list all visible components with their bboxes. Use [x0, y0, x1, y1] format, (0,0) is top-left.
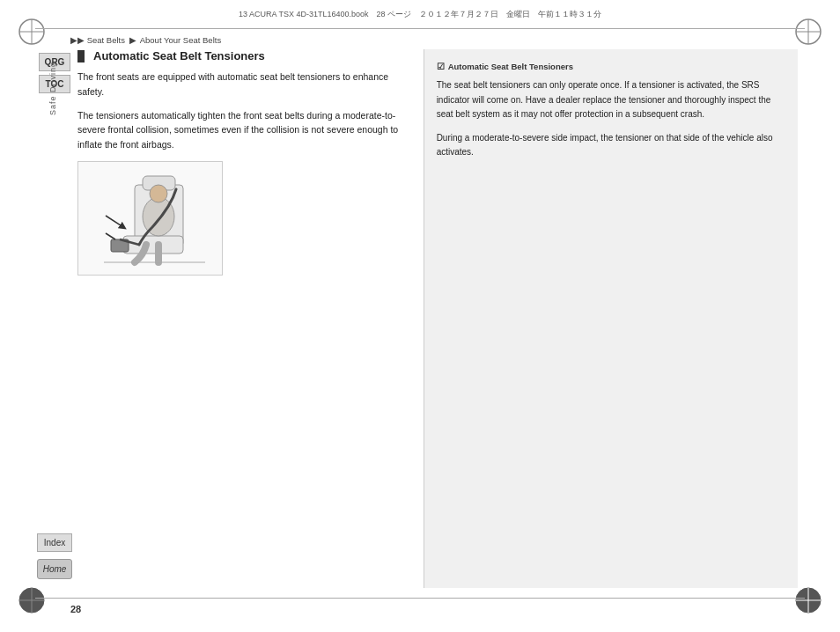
left-column: Automatic Seat Belt Tensioners The front…: [77, 49, 424, 588]
safe-driving-label: Safe Driving: [48, 62, 57, 115]
svg-line-19: [106, 216, 123, 227]
svg-point-16: [150, 185, 167, 202]
top-bar: 13 ACURA TSX 4D-31TL16400.book 28 ページ ２０…: [0, 0, 840, 28]
main-content: Automatic Seat Belt Tensioners The front…: [77, 49, 798, 588]
corner-decoration-br: [792, 584, 824, 616]
breadcrumb-arrow1: ▶▶: [70, 35, 85, 45]
breadcrumb: ▶▶ Seat Belts ▶ About Your Seat Belts: [70, 35, 221, 45]
home-button[interactable]: Home: [37, 559, 72, 579]
section-title-text: Automatic Seat Belt Tensioners: [93, 49, 265, 62]
file-info-text: 13 ACURA TSX 4D-31TL16400.book 28 ページ ２０…: [49, 9, 791, 20]
svg-rect-13: [123, 236, 183, 254]
top-rule: [35, 28, 805, 29]
right-panel-title: ☑ Automatic Seat Belt Tensioners: [437, 62, 785, 71]
breadcrumb-part1: Seat Belts: [87, 35, 125, 45]
index-button[interactable]: Index: [37, 533, 72, 552]
note-text-1: The seat belt tensioners can only operat…: [437, 78, 785, 122]
svg-line-20: [106, 233, 115, 239]
seatbelt-svg: [86, 167, 214, 268]
body-text-2: The tensioners automatically tighten the…: [77, 108, 406, 152]
seatbelt-illustration: [77, 161, 223, 276]
note-text-2: During a moderate-to-severe side impact,…: [437, 131, 785, 160]
right-column: ☑ Automatic Seat Belt Tensioners The sea…: [424, 49, 798, 588]
section-title: Automatic Seat Belt Tensioners: [77, 49, 406, 62]
breadcrumb-arrow2: ▶: [129, 35, 136, 45]
bottom-rule: [35, 598, 805, 599]
note-icon: ☑: [437, 62, 445, 71]
page-number: 28: [70, 604, 81, 614]
corner-decoration-bl: [16, 584, 48, 616]
body-text-1: The front seats are equipped with automa…: [77, 70, 406, 99]
section-title-bar: [77, 50, 85, 62]
left-sidebar: QRG TOC Index Home: [35, 53, 74, 579]
breadcrumb-part2: About Your Seat Belts: [140, 35, 221, 45]
right-panel-title-text: Automatic Seat Belt Tensioners: [448, 62, 573, 71]
